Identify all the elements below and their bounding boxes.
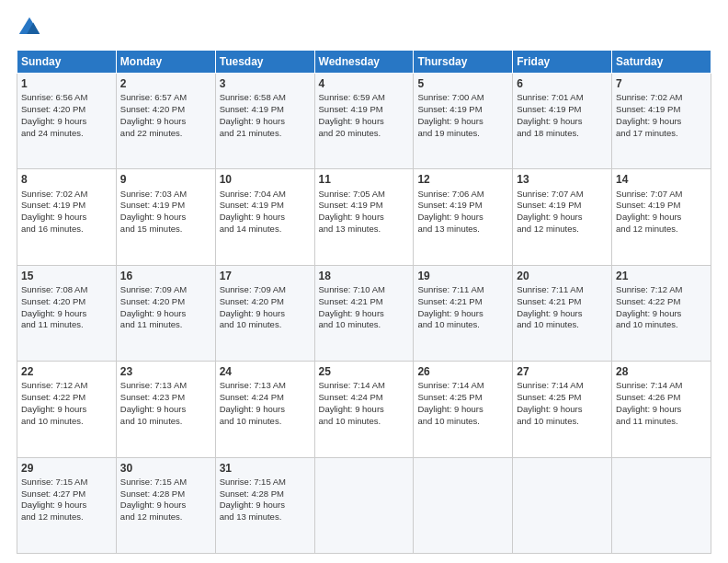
day-number: 21 xyxy=(616,269,707,283)
day-info: Sunrise: 7:06 AM Sunset: 4:19 PM Dayligh… xyxy=(417,189,508,236)
calendar-cell: 23Sunrise: 7:13 AM Sunset: 4:23 PM Dayli… xyxy=(116,362,215,457)
calendar-cell: 11Sunrise: 7:05 AM Sunset: 4:19 PM Dayli… xyxy=(314,169,414,265)
day-number: 17 xyxy=(220,269,311,283)
day-header-thursday: Thursday xyxy=(414,51,513,74)
day-number: 2 xyxy=(120,76,211,91)
calendar-cell: 15Sunrise: 7:08 AM Sunset: 4:20 PM Dayli… xyxy=(17,265,117,361)
day-number: 30 xyxy=(120,461,211,476)
day-number: 28 xyxy=(616,364,707,379)
day-number: 26 xyxy=(417,364,508,379)
day-info: Sunrise: 7:09 AM Sunset: 4:20 PM Dayligh… xyxy=(120,284,211,331)
calendar-week-2: 8Sunrise: 7:02 AM Sunset: 4:19 PM Daylig… xyxy=(17,169,711,265)
day-header-tuesday: Tuesday xyxy=(215,51,314,74)
day-number: 11 xyxy=(319,172,410,187)
day-header-friday: Friday xyxy=(513,51,612,74)
calendar-week-5: 29Sunrise: 7:15 AM Sunset: 4:27 PM Dayli… xyxy=(17,457,711,553)
day-info: Sunrise: 7:15 AM Sunset: 4:28 PM Dayligh… xyxy=(220,477,311,523)
day-number: 25 xyxy=(319,364,410,379)
calendar-cell: 12Sunrise: 7:06 AM Sunset: 4:19 PM Dayli… xyxy=(414,169,513,265)
calendar-cell: 24Sunrise: 7:13 AM Sunset: 4:24 PM Dayli… xyxy=(215,362,314,457)
day-number: 6 xyxy=(517,76,608,91)
day-number: 3 xyxy=(220,76,311,91)
day-number: 27 xyxy=(517,364,608,379)
day-info: Sunrise: 7:11 AM Sunset: 4:21 PM Dayligh… xyxy=(417,284,508,331)
calendar-cell: 10Sunrise: 7:04 AM Sunset: 4:19 PM Dayli… xyxy=(215,169,314,265)
day-number: 24 xyxy=(220,364,311,379)
calendar-cell: 6Sunrise: 7:01 AM Sunset: 4:19 PM Daylig… xyxy=(513,74,612,169)
day-info: Sunrise: 6:56 AM Sunset: 4:20 PM Dayligh… xyxy=(21,92,112,139)
calendar-cell: 1Sunrise: 6:56 AM Sunset: 4:20 PM Daylig… xyxy=(17,74,117,169)
day-info: Sunrise: 7:01 AM Sunset: 4:19 PM Dayligh… xyxy=(517,92,608,139)
calendar-header-row: SundayMondayTuesdayWednesdayThursdayFrid… xyxy=(17,51,711,74)
day-info: Sunrise: 7:02 AM Sunset: 4:19 PM Dayligh… xyxy=(21,189,112,236)
calendar-cell xyxy=(612,457,711,553)
day-info: Sunrise: 6:59 AM Sunset: 4:19 PM Dayligh… xyxy=(319,92,410,139)
calendar-cell: 22Sunrise: 7:12 AM Sunset: 4:22 PM Dayli… xyxy=(17,362,117,457)
day-number: 5 xyxy=(417,76,508,91)
day-number: 1 xyxy=(21,76,112,91)
day-info: Sunrise: 7:14 AM Sunset: 4:24 PM Dayligh… xyxy=(319,380,410,427)
calendar-cell: 18Sunrise: 7:10 AM Sunset: 4:21 PM Dayli… xyxy=(314,265,414,361)
day-number: 18 xyxy=(319,269,410,283)
calendar-cell: 25Sunrise: 7:14 AM Sunset: 4:24 PM Dayli… xyxy=(314,362,414,457)
calendar-cell: 16Sunrise: 7:09 AM Sunset: 4:20 PM Dayli… xyxy=(116,265,215,361)
day-info: Sunrise: 7:09 AM Sunset: 4:20 PM Dayligh… xyxy=(220,284,311,331)
calendar-cell: 13Sunrise: 7:07 AM Sunset: 4:19 PM Dayli… xyxy=(513,169,612,265)
calendar-cell: 20Sunrise: 7:11 AM Sunset: 4:21 PM Dayli… xyxy=(513,265,612,361)
day-info: Sunrise: 6:58 AM Sunset: 4:19 PM Dayligh… xyxy=(220,92,311,139)
day-info: Sunrise: 6:57 AM Sunset: 4:20 PM Dayligh… xyxy=(120,92,211,139)
day-number: 22 xyxy=(21,364,112,379)
day-number: 29 xyxy=(21,461,112,476)
day-header-monday: Monday xyxy=(116,51,215,74)
day-info: Sunrise: 7:02 AM Sunset: 4:19 PM Dayligh… xyxy=(616,92,707,139)
day-number: 8 xyxy=(21,172,112,187)
day-number: 14 xyxy=(616,172,707,187)
day-number: 10 xyxy=(220,172,311,187)
calendar-cell: 28Sunrise: 7:14 AM Sunset: 4:26 PM Dayli… xyxy=(612,362,711,457)
day-info: Sunrise: 7:11 AM Sunset: 4:21 PM Dayligh… xyxy=(517,284,608,331)
calendar-body: 1Sunrise: 6:56 AM Sunset: 4:20 PM Daylig… xyxy=(17,74,711,554)
day-info: Sunrise: 7:12 AM Sunset: 4:22 PM Dayligh… xyxy=(21,380,112,427)
calendar-cell: 30Sunrise: 7:15 AM Sunset: 4:28 PM Dayli… xyxy=(116,457,215,553)
calendar-table: SundayMondayTuesdayWednesdayThursdayFrid… xyxy=(17,50,711,554)
day-number: 4 xyxy=(319,76,410,91)
calendar-cell: 26Sunrise: 7:14 AM Sunset: 4:25 PM Dayli… xyxy=(414,362,513,457)
day-info: Sunrise: 7:14 AM Sunset: 4:26 PM Dayligh… xyxy=(616,380,707,427)
calendar-cell: 3Sunrise: 6:58 AM Sunset: 4:19 PM Daylig… xyxy=(215,74,314,169)
day-number: 9 xyxy=(120,172,211,187)
day-number: 19 xyxy=(417,269,508,283)
day-info: Sunrise: 7:07 AM Sunset: 4:19 PM Dayligh… xyxy=(616,189,707,236)
day-info: Sunrise: 7:14 AM Sunset: 4:25 PM Dayligh… xyxy=(417,380,508,427)
calendar-cell: 9Sunrise: 7:03 AM Sunset: 4:19 PM Daylig… xyxy=(116,169,215,265)
day-info: Sunrise: 7:13 AM Sunset: 4:23 PM Dayligh… xyxy=(120,380,211,427)
page: SundayMondayTuesdayWednesdayThursdayFrid… xyxy=(0,0,728,563)
calendar-cell: 31Sunrise: 7:15 AM Sunset: 4:28 PM Dayli… xyxy=(215,457,314,553)
day-number: 23 xyxy=(120,364,211,379)
day-number: 13 xyxy=(517,172,608,187)
day-number: 12 xyxy=(417,172,508,187)
day-info: Sunrise: 7:05 AM Sunset: 4:19 PM Dayligh… xyxy=(319,189,410,236)
day-info: Sunrise: 7:15 AM Sunset: 4:28 PM Dayligh… xyxy=(120,477,211,523)
day-info: Sunrise: 7:15 AM Sunset: 4:27 PM Dayligh… xyxy=(21,477,112,523)
day-number: 7 xyxy=(616,76,707,91)
calendar-cell xyxy=(314,457,414,553)
day-number: 15 xyxy=(21,269,112,283)
day-info: Sunrise: 7:14 AM Sunset: 4:25 PM Dayligh… xyxy=(517,380,608,427)
calendar-cell: 27Sunrise: 7:14 AM Sunset: 4:25 PM Dayli… xyxy=(513,362,612,457)
calendar-cell: 14Sunrise: 7:07 AM Sunset: 4:19 PM Dayli… xyxy=(612,169,711,265)
calendar-week-1: 1Sunrise: 6:56 AM Sunset: 4:20 PM Daylig… xyxy=(17,74,711,169)
calendar-week-3: 15Sunrise: 7:08 AM Sunset: 4:20 PM Dayli… xyxy=(17,265,711,361)
calendar-cell: 2Sunrise: 6:57 AM Sunset: 4:20 PM Daylig… xyxy=(116,74,215,169)
calendar-cell: 7Sunrise: 7:02 AM Sunset: 4:19 PM Daylig… xyxy=(612,74,711,169)
calendar-cell: 21Sunrise: 7:12 AM Sunset: 4:22 PM Dayli… xyxy=(612,265,711,361)
calendar-week-4: 22Sunrise: 7:12 AM Sunset: 4:22 PM Dayli… xyxy=(17,362,711,457)
day-number: 20 xyxy=(517,269,608,283)
day-info: Sunrise: 7:10 AM Sunset: 4:21 PM Dayligh… xyxy=(319,284,410,331)
day-info: Sunrise: 7:00 AM Sunset: 4:19 PM Dayligh… xyxy=(417,92,508,139)
day-header-saturday: Saturday xyxy=(612,51,711,74)
calendar-cell: 5Sunrise: 7:00 AM Sunset: 4:19 PM Daylig… xyxy=(414,74,513,169)
day-header-wednesday: Wednesday xyxy=(314,51,414,74)
calendar-cell: 4Sunrise: 6:59 AM Sunset: 4:19 PM Daylig… xyxy=(314,74,414,169)
logo xyxy=(17,15,46,40)
day-info: Sunrise: 7:12 AM Sunset: 4:22 PM Dayligh… xyxy=(616,284,707,331)
